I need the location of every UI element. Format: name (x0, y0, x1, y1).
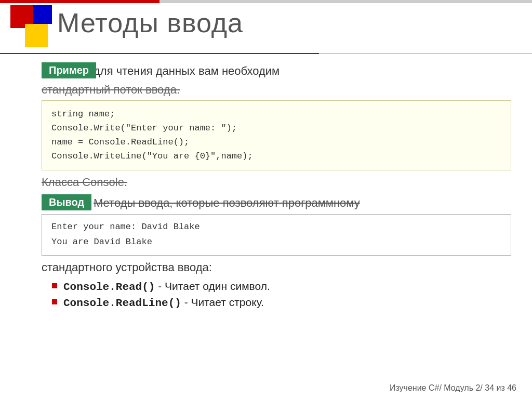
bullet-text-1: Console.Read() - Читает один символ. (63, 280, 270, 293)
bullet-icon-2 (52, 299, 57, 304)
vyvod-label: Вывод (42, 194, 91, 210)
primer-intro-text: для чтения данных вам необходим (94, 64, 280, 78)
footer-text: Изучение C#/ Модуль 2/ 34 из 46 (390, 383, 516, 393)
primer-strikethrough-1: стандартный поток ввода. (42, 82, 511, 98)
bullet-item-1: Console.Read() - Читает один символ. (52, 280, 511, 293)
bullet-text-2: Console.ReadLine() - Читает строку. (63, 296, 264, 309)
bullet-code-1: Console.Read() (63, 281, 155, 293)
page-title: Методы ввода (57, 7, 243, 38)
vyvod-row: Вывод Методы ввода, которые позволяют пр… (42, 194, 511, 213)
primer-row: Пример для чтения данных вам необходим (42, 62, 511, 81)
code-line-3: name = Console.ReadLine(); (51, 135, 501, 149)
code-block: string name; Console.Write("Enter your n… (42, 100, 511, 170)
code-line-2: Console.Write("Enter your name: "); (51, 121, 501, 135)
bullet-item-2: Console.ReadLine() - Читает строку. (52, 296, 511, 309)
code-line-1: string name; (51, 107, 501, 121)
body-intro-text: стандартного устройства ввода: (42, 260, 511, 276)
bullet-desc-2: - Читает строку. (181, 296, 264, 308)
primer-strikethrough-2: Класса Console. (42, 175, 511, 191)
output-line-1: Enter your name: David Blake (51, 220, 501, 235)
code-line-4: Console.WriteLine("You are {0}",name); (51, 149, 501, 163)
bullet-list: Console.Read() - Читает один символ. Con… (52, 280, 511, 309)
top-bar (0, 0, 532, 3)
content-area: Пример для чтения данных вам необходим с… (42, 58, 511, 378)
bullet-icon-1 (52, 283, 57, 288)
logo (10, 5, 52, 47)
logo-yellow (25, 24, 48, 47)
primer-label: Пример (42, 62, 96, 78)
title-rule (0, 53, 532, 54)
output-block: Enter your name: David Blake You are Dav… (42, 214, 511, 256)
logo-blue (33, 5, 52, 24)
bullet-code-2: Console.ReadLine() (63, 297, 181, 309)
bullet-desc-1: - Читает один символ. (155, 280, 270, 292)
vyvod-strikethrough-text: Методы ввода, которые позволяют программ… (94, 196, 360, 210)
output-line-2: You are David Blake (51, 235, 501, 250)
